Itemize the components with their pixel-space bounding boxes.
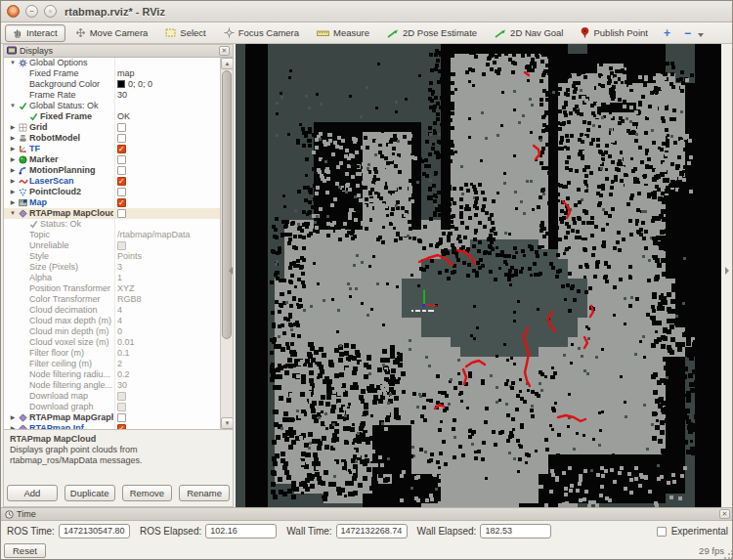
add-button[interactable]: Add <box>7 485 58 501</box>
tree-row-topic[interactable]: Topic/rtabmap/mapData <box>4 230 233 240</box>
select-button[interactable]: Select <box>157 24 213 42</box>
enable-checkbox[interactable] <box>117 155 126 164</box>
3d-view-canvas[interactable] <box>236 44 721 507</box>
tree-row-download-map[interactable]: Download map <box>4 391 233 402</box>
window-minimize-button[interactable]: − <box>25 5 38 18</box>
tree-row-value[interactable]: 3 <box>117 262 221 273</box>
tree-row-value[interactable]: RGB8 <box>117 294 221 305</box>
tree-row-filter-floor-m-[interactable]: Filter floor (m)0.1 <box>4 348 233 359</box>
enable-checkbox[interactable] <box>117 177 126 186</box>
tree-row-value[interactable]: XYZ <box>117 283 221 294</box>
tree-row-cloud-voxel-size-m-[interactable]: Cloud voxel size (m)0.01 <box>4 337 233 348</box>
tree-row-cloud-min-depth-m-[interactable]: Cloud min depth (m)0 <box>4 326 233 337</box>
tree-row-cloud-max-depth-m-[interactable]: Cloud max depth (m)4 <box>4 316 233 326</box>
tree-row-position-transformer[interactable]: Position TransformerXYZ <box>4 283 233 294</box>
tree-row-marker[interactable]: ▶Marker <box>4 154 233 165</box>
tree-row-background-color[interactable]: Background Color0; 0; 0 <box>4 79 233 90</box>
tree-row-motionplanning[interactable]: ▶MotionPlanning <box>4 165 233 176</box>
duplicate-button[interactable]: Duplicate <box>65 485 115 501</box>
tree-row-alpha[interactable]: Alpha1 <box>4 273 233 283</box>
tree-row-unreliable[interactable]: Unreliable <box>4 240 233 251</box>
expander-open-icon[interactable]: ▼ <box>8 208 18 219</box>
expander-closed-icon[interactable]: ▶ <box>8 187 18 197</box>
tree-row-color-transformer[interactable]: Color TransformerRGB8 <box>4 294 233 305</box>
tree-row-laserscan[interactable]: ▶LaserScan <box>4 176 233 187</box>
tree-row-value[interactable]: 0.2 <box>117 369 221 380</box>
tree-row-value[interactable]: 0.1 <box>117 348 221 359</box>
left-splitter-handle-icon[interactable] <box>229 267 233 275</box>
scrollbar-thumb[interactable] <box>222 70 232 339</box>
expander-closed-icon[interactable]: ▶ <box>8 412 18 423</box>
tree-row-fixed-frame[interactable]: Fixed FrameOK <box>4 111 233 122</box>
enable-checkbox[interactable] <box>117 413 126 422</box>
right-splitter[interactable] <box>721 44 733 507</box>
tree-row-node-filtering-angle-[interactable]: Node filtering angle...30 <box>4 380 233 391</box>
tree-row-value[interactable]: map <box>117 68 221 79</box>
tree-row-value[interactable]: OK <box>117 111 221 122</box>
window-maximize-button[interactable]: ▫ <box>44 5 57 18</box>
experimental-checkbox[interactable] <box>657 527 667 537</box>
tree-row-global-options[interactable]: ▼Global Options <box>4 58 233 68</box>
enable-checkbox[interactable] <box>117 134 126 143</box>
tree-row-value[interactable]: 30 <box>117 90 221 101</box>
scroll-up-icon[interactable]: ▲ <box>221 58 233 69</box>
tree-row-value[interactable]: 0 <box>117 326 221 337</box>
enable-checkbox[interactable] <box>117 198 126 207</box>
expander-closed-icon[interactable]: ▶ <box>8 197 18 208</box>
3d-viewport[interactable] <box>236 44 721 507</box>
wall-time-input[interactable]: 1472132268.74 <box>336 524 408 538</box>
tree-row-map[interactable]: ▶Map <box>4 197 233 208</box>
tree-row-node-filtering-radiu-[interactable]: Node filtering radiu...0.2 <box>4 369 233 380</box>
scroll-down-icon[interactable]: ▼ <box>221 417 233 429</box>
time-close-icon[interactable]: ✕ <box>719 509 730 519</box>
enable-checkbox[interactable] <box>117 188 126 196</box>
tree-row-tf[interactable]: ▶TF <box>4 144 233 154</box>
tree-row-value[interactable]: 0.01 <box>117 337 221 348</box>
tree-row-value[interactable]: 30 <box>117 380 221 391</box>
tree-row-size-pixels-[interactable]: Size (Pixels)3 <box>4 262 233 273</box>
tree-row-status-ok[interactable]: Status: Ok <box>4 219 233 230</box>
2d-nav-goal-button[interactable]: 2D Nav Goal <box>487 24 571 42</box>
remove-button[interactable]: Remove <box>122 485 173 501</box>
tree-row-robotmodel[interactable]: ▶RobotModel <box>4 133 233 144</box>
enable-checkbox[interactable] <box>117 403 126 411</box>
ros-elapsed-input[interactable]: 102.16 <box>205 524 277 538</box>
window-close-button[interactable] <box>7 5 20 18</box>
expander-closed-icon[interactable]: ▶ <box>8 423 18 430</box>
publish-point-button[interactable]: Publish Point <box>573 24 655 42</box>
tree-row-grid[interactable]: ▶Grid <box>4 122 233 133</box>
remove-tool-button[interactable]: − <box>678 24 710 42</box>
tree-row-frame-rate[interactable]: Frame Rate30 <box>4 90 233 101</box>
enable-checkbox[interactable] <box>117 166 126 175</box>
tree-row-rtapmap-mapgraph[interactable]: ▶RTAPmap MapGraph <box>4 412 233 423</box>
enable-checkbox[interactable] <box>117 123 126 132</box>
resize-grip[interactable] <box>723 550 733 560</box>
expander-closed-icon[interactable]: ▶ <box>8 122 18 133</box>
tree-row-cloud-decimation[interactable]: Cloud decimation4 <box>4 305 233 316</box>
tree-row-value[interactable]: Points <box>117 251 221 262</box>
tree-row-value[interactable]: 4 <box>117 316 221 326</box>
enable-checkbox[interactable] <box>117 241 126 250</box>
expander-open-icon[interactable]: ▼ <box>8 101 18 111</box>
tree-row-pointcloud2[interactable]: ▶PointCloud2 <box>4 187 233 197</box>
displays-scrollbar[interactable]: ▲ ▼ <box>220 58 233 429</box>
measure-button[interactable]: Measure <box>309 24 377 42</box>
enable-checkbox[interactable] <box>117 209 126 218</box>
tree-row-global-status-ok[interactable]: ▼Global Status: Ok <box>4 101 233 111</box>
expander-closed-icon[interactable]: ▶ <box>8 176 18 187</box>
add-tool-button[interactable]: + <box>658 24 676 42</box>
right-splitter-handle-icon[interactable] <box>725 267 729 275</box>
tree-row-rtapmap-inf[interactable]: ▶RTAPmap Inf <box>4 423 233 430</box>
tree-row-fixed-frame[interactable]: Fixed Framemap <box>4 68 233 79</box>
tree-row-value[interactable]: /rtabmap/mapData <box>117 230 221 240</box>
tree-row-value[interactable]: 4 <box>117 305 221 316</box>
tree-row-style[interactable]: StylePoints <box>4 251 233 262</box>
tree-row-value[interactable]: 0; 0; 0 <box>117 79 221 90</box>
tree-row-rtapmap-mapcloud[interactable]: ▼RTAPmap MapCloud <box>4 208 233 219</box>
tree-row-value[interactable]: 2 <box>117 359 221 369</box>
expander-closed-icon[interactable]: ▶ <box>8 133 18 144</box>
expander-open-icon[interactable]: ▼ <box>8 58 18 68</box>
reset-button[interactable]: Reset <box>4 543 46 558</box>
rename-button[interactable]: Rename <box>179 485 230 501</box>
enable-checkbox[interactable] <box>117 392 126 401</box>
